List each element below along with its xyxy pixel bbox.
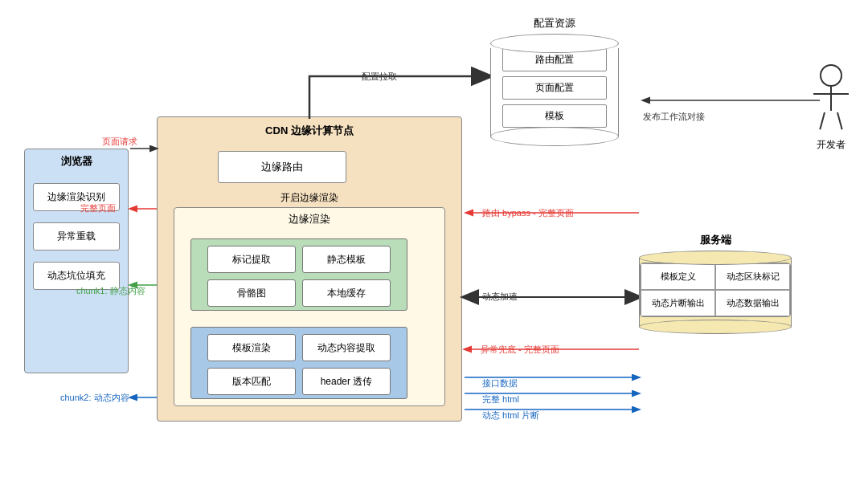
server-cell-dynamic-data: 动态数据输出: [715, 290, 790, 316]
label-route-bypass: 路由 bypass - 完整页面: [482, 207, 574, 219]
static-item-skeleton: 骨骼图: [207, 279, 296, 307]
label-dynamic-html: 动态 html 片断: [482, 409, 539, 422]
dynamic-item-tpl-render: 模板渲染: [207, 334, 296, 361]
server-cylinder-body: 模板定义 动态区块标记 动态片断输出 动态数据输出: [639, 258, 792, 327]
server-title: 服务端: [639, 233, 792, 247]
server-box: 服务端 模板定义 动态区块标记 动态片断输出 动态数据输出: [639, 233, 792, 334]
label-publish-flow: 发布工作流对接: [643, 111, 705, 123]
edge-routing-box: 边缘路由: [218, 151, 346, 183]
static-item-static-tpl: 静态模板: [302, 246, 391, 273]
dev-head: [820, 64, 842, 87]
server-cell-dynamic-block: 动态区块标记: [715, 263, 790, 290]
developer-figure: 开发者: [817, 64, 845, 152]
cylinder-body: 路由配置 页面配置 模板: [490, 48, 619, 136]
label-full-page: 完整页面: [80, 202, 116, 214]
dynamic-item-header-pass: header 透传: [302, 368, 391, 395]
server-cylinder-top: [639, 251, 792, 265]
cdn-title: CDN 边缘计算节点: [158, 117, 461, 141]
config-item-page: 页面配置: [502, 76, 607, 100]
config-title: 配置资源: [490, 16, 619, 31]
label-chunk2: chunk2: 动态内容: [60, 392, 129, 404]
edge-render-open-label: 开启边缘渲染: [158, 191, 461, 205]
browser-box: 浏览器 边缘渲染识别 异常重载 动态坑位填充: [24, 149, 129, 373]
browser-item-error-reload: 异常重载: [33, 222, 120, 251]
cylinder-bottom: [490, 127, 619, 146]
cylinder-top: [490, 34, 619, 53]
label-error-fallback: 异常兜底 - 完整页面: [481, 344, 559, 356]
server-cylinder-bottom: [639, 320, 792, 334]
server-cell-tpl-def: 模板定义: [641, 263, 715, 290]
dynamic-item-dynamic-extract: 动态内容提取: [302, 334, 391, 361]
server-grid: 模板定义 动态区块标记 动态片断输出 动态数据输出: [640, 263, 791, 317]
edge-render-outer: 边缘渲染 标记提取 静态模板 骨骼图 本地缓存 模板渲染 动态内容提取 版本匹配…: [174, 207, 445, 406]
label-full-html: 完整 html: [482, 393, 519, 405]
dynamic-item-version-match: 版本匹配: [207, 368, 296, 395]
static-item-tag-extract: 标记提取: [207, 246, 296, 273]
server-cell-dynamic-output: 动态片断输出: [641, 290, 715, 316]
label-interface-data: 接口数据: [482, 377, 518, 389]
static-group: 标记提取 静态模板 骨骼图 本地缓存: [190, 238, 407, 311]
developer-label: 开发者: [817, 138, 845, 152]
browser-title: 浏览器: [25, 149, 128, 172]
edge-routing-label: 边缘路由: [261, 160, 303, 174]
label-dynamic-accel: 动态加速: [482, 291, 518, 303]
dynamic-group: 模板渲染 动态内容提取 版本匹配 header 透传: [190, 327, 407, 399]
edge-render-title: 边缘渲染: [174, 208, 444, 230]
label-config-fetch: 配置拉取: [362, 71, 397, 83]
cdn-box: CDN 边缘计算节点 边缘路由 开启边缘渲染 边缘渲染 标记提取 静态模板 骨骼…: [157, 116, 462, 422]
label-page-request: 页面请求: [102, 136, 137, 148]
label-chunk1: chunk1: 静态内容: [76, 285, 145, 297]
config-item-template: 模板: [502, 104, 607, 128]
static-item-local-cache: 本地缓存: [302, 279, 391, 307]
config-resource: 配置资源 路由配置 页面配置 模板: [490, 16, 619, 146]
diagram: 浏览器 边缘渲染识别 异常重载 动态坑位填充 CDN 边缘计算节点 边缘路由 开…: [0, 0, 868, 493]
